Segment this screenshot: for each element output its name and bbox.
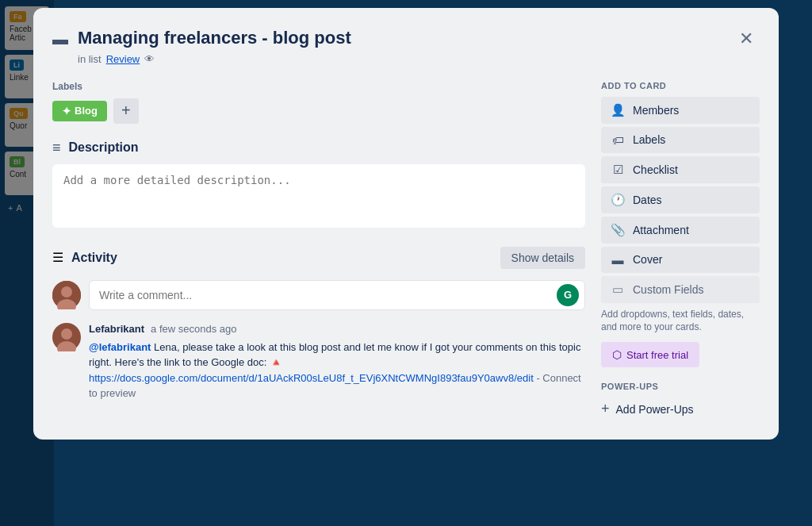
dates-label: Dates bbox=[633, 194, 662, 206]
power-ups-title: Power-Ups bbox=[601, 382, 760, 391]
activity-header: ☰ Activity Show details bbox=[52, 247, 585, 269]
custom-fields-description: Add dropdowns, text fields, dates, and m… bbox=[601, 308, 760, 335]
modal-overlay: ▬ Managing freelancers - blog post in li… bbox=[0, 0, 812, 526]
attachment-icon: 📎 bbox=[611, 223, 625, 237]
modal-subtitle: in list Review 👁 bbox=[78, 53, 351, 65]
comment-input-row: G bbox=[52, 280, 585, 310]
add-power-ups-icon: + bbox=[601, 401, 610, 417]
in-list-prefix: in list bbox=[78, 53, 102, 65]
cover-icon: ▬ bbox=[611, 253, 625, 267]
checklist-label: Checklist bbox=[633, 163, 678, 176]
members-button[interactable]: 👤 Members bbox=[601, 97, 760, 124]
custom-fields-label: Custom Fields bbox=[633, 283, 703, 296]
label-text: Blog bbox=[75, 105, 98, 117]
labels-heading: Labels bbox=[52, 81, 585, 92]
modal-main: Labels ✦ Blog + ≡ Description bbox=[52, 81, 585, 421]
comment-mention[interactable]: @lefabrikant bbox=[89, 341, 151, 353]
comment-item: Lefabrikant a few seconds ago @lefabrika… bbox=[52, 323, 585, 401]
custom-fields-icon: ▭ bbox=[611, 282, 625, 297]
labels-section: Labels ✦ Blog + bbox=[52, 81, 585, 124]
labels-button[interactable]: 🏷 Labels bbox=[601, 127, 760, 153]
custom-fields-section: ▭ Custom Fields Add dropdowns, text fiel… bbox=[601, 276, 760, 368]
activity-icon: ☰ bbox=[52, 250, 63, 265]
description-icon: ≡ bbox=[52, 140, 61, 156]
description-section: ≡ Description bbox=[52, 140, 585, 231]
attachment-button[interactable]: 📎 Attachment bbox=[601, 217, 760, 244]
description-textarea[interactable] bbox=[52, 164, 585, 228]
comment-content: Lefabrikant a few seconds ago @lefabrika… bbox=[89, 323, 585, 401]
card-type-icon: ▬ bbox=[52, 30, 68, 48]
checklist-button[interactable]: ☑ Checklist bbox=[601, 156, 760, 183]
add-to-card-title: Add to card bbox=[601, 81, 760, 90]
comment-meta: Lefabrikant a few seconds ago bbox=[89, 323, 585, 335]
labels-label: Labels bbox=[633, 133, 665, 146]
members-icon: 👤 bbox=[611, 103, 625, 117]
description-heading: Description bbox=[69, 140, 139, 155]
comment-author-avatar bbox=[52, 323, 81, 401]
current-user-avatar bbox=[52, 281, 81, 309]
custom-fields-button[interactable]: ▭ Custom Fields bbox=[601, 276, 760, 303]
show-details-button[interactable]: Show details bbox=[500, 247, 585, 269]
add-label-button[interactable]: + bbox=[113, 98, 139, 124]
comment-time: a few seconds ago bbox=[151, 323, 236, 335]
send-icon: G bbox=[564, 289, 572, 301]
checklist-icon: ☑ bbox=[611, 163, 625, 177]
label-icon: ✦ bbox=[62, 105, 71, 117]
modal-title-text: Managing freelancers - blog post in list… bbox=[78, 27, 351, 65]
activity-heading: Activity bbox=[71, 251, 117, 265]
blog-label-tag[interactable]: ✦ Blog bbox=[52, 101, 107, 121]
comment-author-name: Lefabrikant bbox=[89, 323, 144, 335]
modal-header: ▬ Managing freelancers - blog post in li… bbox=[52, 27, 760, 65]
start-free-label: Start free trial bbox=[626, 349, 688, 361]
add-power-ups-label: Add Power-Ups bbox=[616, 403, 694, 416]
start-free-trial-button[interactable]: ⬡ Start free trial bbox=[601, 342, 699, 367]
members-label: Members bbox=[633, 104, 679, 117]
comment-send-button[interactable]: G bbox=[557, 284, 579, 306]
cover-button[interactable]: ▬ Cover bbox=[601, 247, 760, 273]
description-header: ≡ Description bbox=[52, 140, 585, 156]
svg-point-4 bbox=[61, 328, 72, 340]
power-ups-section: Power-Ups + Add Power-Ups bbox=[601, 382, 760, 420]
modal-body: Labels ✦ Blog + ≡ Description bbox=[52, 81, 760, 421]
dates-button[interactable]: 🕐 Dates bbox=[601, 186, 760, 213]
comment-input-wrapper: G bbox=[89, 280, 585, 310]
watch-icon[interactable]: 👁 bbox=[144, 53, 155, 65]
labels-row: ✦ Blog + bbox=[52, 98, 585, 124]
comment-text: @lefabrikant Lena, please take a look at… bbox=[89, 340, 585, 401]
comment-input[interactable] bbox=[89, 280, 585, 310]
close-button[interactable]: ✕ bbox=[733, 27, 760, 51]
svg-point-1 bbox=[61, 286, 72, 298]
cover-label: Cover bbox=[633, 253, 662, 266]
modal-sidebar-right: Add to card 👤 Members 🏷 Labels ☑ Checkli… bbox=[601, 81, 760, 421]
modal-title-area: ▬ Managing freelancers - blog post in li… bbox=[52, 27, 733, 65]
start-free-icon: ⬡ bbox=[612, 348, 622, 361]
comment-link[interactable]: https://docs.google.com/document/d/1aUAc… bbox=[89, 372, 534, 384]
activity-title-area: ☰ Activity bbox=[52, 250, 117, 265]
comment-body: Lena, please take a look at this blog po… bbox=[89, 341, 580, 369]
activity-section: ☰ Activity Show details bbox=[52, 247, 585, 401]
attachment-label: Attachment bbox=[633, 224, 689, 236]
card-title: Managing freelancers - blog post bbox=[78, 27, 351, 50]
labels-icon: 🏷 bbox=[611, 133, 625, 147]
add-power-ups-button[interactable]: + Add Power-Ups bbox=[601, 397, 694, 420]
dates-icon: 🕐 bbox=[611, 193, 625, 207]
card-modal: ▬ Managing freelancers - blog post in li… bbox=[33, 8, 779, 440]
list-name-link[interactable]: Review bbox=[106, 53, 140, 65]
